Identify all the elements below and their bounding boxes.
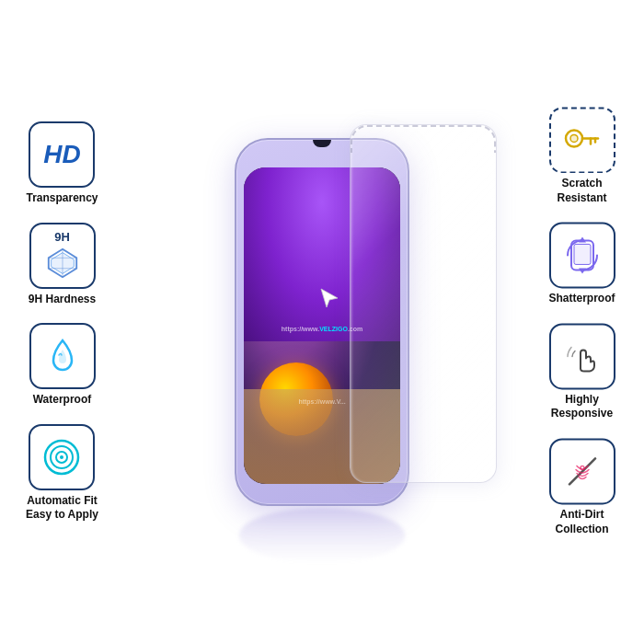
feature-9h-hardness: 9H 9H Hardness [29,223,96,307]
hd-icon: HD [43,140,80,169]
main-container: HD Transparency 9H 9H Hardness [0,0,644,644]
feature-box-anti-dirt [549,438,615,504]
svg-point-8 [60,455,63,459]
center-product-area: https://www.VELZIGO.com https://www.V... [230,129,414,515]
feature-auto-fit: Automatic Fit Easy to Apply [26,424,98,523]
feature-label-waterproof: Waterproof [33,393,92,408]
diamond-icon [45,246,80,281]
feature-box-scratch [549,107,615,173]
cursor-icon [317,285,343,311]
feature-box-responsive [549,323,615,389]
anti-dirt-icon [562,451,603,491]
feature-label-auto-fit: Automatic Fit Easy to Apply [26,494,98,523]
feature-waterproof: Waterproof [29,323,96,408]
feature-label-transparency: Transparency [26,191,98,206]
svg-point-20 [581,466,584,469]
svg-marker-9 [321,289,338,307]
feature-label-scratch: Scratch Resistant [557,177,606,205]
phone-reflection [239,508,406,563]
auto-fit-icon [41,437,82,477]
feature-label-responsive: Highly Responsive [551,393,613,421]
svg-rect-16 [574,245,591,265]
feature-box-hd: HD [29,121,95,188]
feature-highly-responsive: Highly Responsive [549,323,615,421]
feature-box-auto-fit [29,424,95,490]
svg-point-11 [570,134,578,142]
touch-icon [562,336,603,376]
key-icon [563,123,602,156]
feature-box-9h: 9H [29,223,96,289]
feature-box-shatterproof [549,223,615,289]
9h-text: 9H [54,230,70,244]
feature-hd-transparency: HD Transparency [26,121,98,206]
phone-wrapper: https://www.VELZIGO.com https://www.V... [230,129,414,515]
glass-protector [350,124,497,483]
water-drop-icon [46,337,79,375]
feature-label-9h: 9H Hardness [29,293,96,307]
feature-label-shatterproof: Shatterproof [549,293,615,307]
feature-label-anti-dirt: Anti-Dirt Collection [555,508,608,536]
feature-box-waterproof [29,323,96,389]
left-features: HD Transparency 9H 9H Hardness [9,121,115,523]
right-features: Scratch Resistant Shatterproof [529,107,635,536]
feature-shatterproof: Shatterproof [549,223,615,307]
shatterproof-icon [562,236,603,276]
phone-notch [313,140,331,147]
feature-scratch-resistant: Scratch Resistant [549,107,615,205]
svg-line-19 [569,458,595,484]
feature-anti-dirt: Anti-Dirt Collection [549,438,615,536]
